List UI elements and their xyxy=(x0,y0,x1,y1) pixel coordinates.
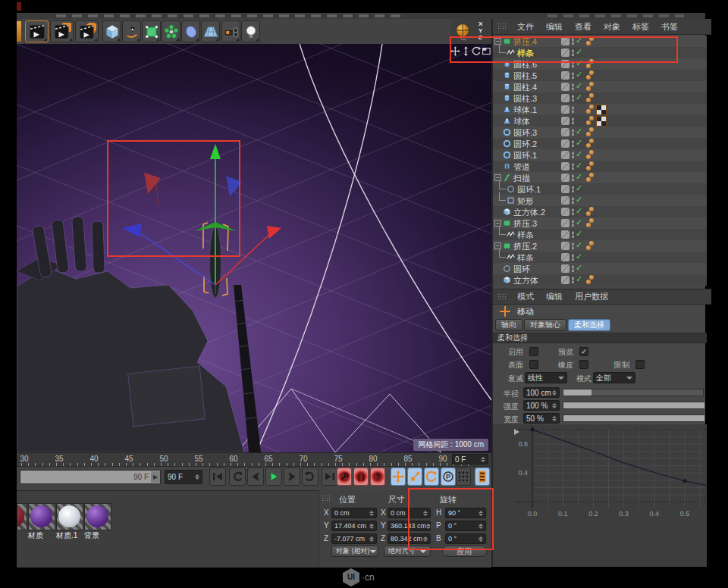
visibility-dots-icon[interactable] xyxy=(572,242,574,249)
object-row[interactable]: 圆环.1✓ xyxy=(493,183,707,195)
rotate-view-icon[interactable] xyxy=(472,46,482,56)
enabled-check-icon[interactable]: ✓ xyxy=(576,217,582,227)
phong-tag-icon[interactable] xyxy=(586,105,597,114)
object-row[interactable]: 圆柱.4✓ xyxy=(493,81,707,92)
object-row[interactable]: 球体 xyxy=(493,115,707,127)
enabled-check-icon[interactable]: ✓ xyxy=(576,240,582,250)
record-selection-button[interactable]: ( ) xyxy=(353,468,369,486)
phong-tag-icon[interactable] xyxy=(586,139,597,149)
play-button[interactable] xyxy=(265,468,282,486)
visibility-dots-icon[interactable] xyxy=(572,95,574,102)
enabled-check-icon[interactable]: ✓ xyxy=(576,58,582,68)
next-key-button[interactable] xyxy=(284,468,300,486)
tab-柔和选择[interactable]: 柔和选择 xyxy=(568,319,610,331)
coord-value-field[interactable]: 80.342 cm xyxy=(388,533,431,544)
enabled-check-icon[interactable]: ✓ xyxy=(576,149,582,159)
record-parameter-button[interactable]: P xyxy=(441,468,456,486)
layer-tag-icon[interactable] xyxy=(561,185,570,193)
om-menu-编辑[interactable]: 编辑 xyxy=(546,21,563,33)
object-name[interactable]: 管道 xyxy=(513,161,530,173)
coord-value-field[interactable]: 0 cm xyxy=(388,508,431,518)
object-row[interactable]: 圆环.3✓ xyxy=(493,127,707,138)
visibility-dots-icon[interactable] xyxy=(572,197,574,204)
coord-value-field[interactable]: 0 ° xyxy=(445,533,486,544)
visibility-dots-icon[interactable] xyxy=(572,117,574,124)
pan-icon[interactable] xyxy=(450,46,460,56)
visibility-dots-icon[interactable] xyxy=(572,140,574,147)
object-name[interactable]: 圆环.1 xyxy=(513,150,537,161)
object-name[interactable]: 样条 xyxy=(517,252,534,264)
visibility-dots-icon[interactable] xyxy=(572,277,574,283)
enabled-check-icon[interactable]: ✓ xyxy=(576,229,582,239)
slider-value-半径[interactable]: 100 cm xyxy=(523,387,560,398)
phong-tag-icon[interactable] xyxy=(586,150,597,160)
visibility-dots-icon[interactable] xyxy=(572,83,574,90)
size-mode-combo[interactable]: 绝对尺寸 xyxy=(384,546,431,557)
visibility-dots-icon[interactable] xyxy=(572,38,574,45)
object-name[interactable]: 样条 xyxy=(517,48,534,59)
object-name[interactable]: 挤压.2 xyxy=(513,241,537,252)
object-row[interactable]: 样条✓ xyxy=(493,47,707,58)
object-row[interactable]: 样条✓ xyxy=(493,229,707,240)
toolbar-array-generator-button[interactable] xyxy=(162,20,180,42)
enabled-check-icon[interactable]: ✓ xyxy=(576,70,582,80)
enabled-check-icon[interactable]: ✓ xyxy=(576,161,582,170)
coord-value-field[interactable]: 0 cm xyxy=(331,508,377,518)
object-name[interactable]: 挤压.3 xyxy=(513,218,537,230)
phong-tag-icon[interactable] xyxy=(586,82,597,92)
object-name[interactable]: 圆柱.3 xyxy=(513,93,537,105)
layer-tag-icon[interactable] xyxy=(561,230,570,239)
visibility-dots-icon[interactable] xyxy=(572,49,574,56)
om-menu-查看[interactable]: 查看 xyxy=(575,21,592,33)
object-name[interactable]: 球体 xyxy=(513,116,530,127)
layer-tag-icon[interactable] xyxy=(561,219,570,227)
checkbox-预览[interactable]: ✓ xyxy=(579,347,588,356)
object-mode-combo[interactable]: 对象 (相对) xyxy=(331,546,378,557)
record-scale-button[interactable] xyxy=(407,468,422,486)
phong-tag-icon[interactable] xyxy=(586,116,597,126)
visibility-dots-icon[interactable] xyxy=(572,186,574,192)
phong-tag-icon[interactable] xyxy=(586,161,597,171)
object-row[interactable]: 矩形✓ xyxy=(493,195,707,206)
object-name[interactable]: 圆柱.4 xyxy=(513,82,537,93)
visibility-dots-icon[interactable] xyxy=(572,174,574,181)
loop-forward-button[interactable] xyxy=(302,468,318,486)
object-name[interactable]: 圆柱.6 xyxy=(513,59,537,70)
layer-tag-icon[interactable] xyxy=(561,242,570,250)
previous-key-button[interactable] xyxy=(247,468,264,486)
toolbar-cube-primitive-button[interactable] xyxy=(102,20,121,42)
layer-tag-icon[interactable] xyxy=(561,117,570,125)
am-menu-用户数据[interactable]: 用户数据 xyxy=(575,291,608,302)
maximize-view-icon[interactable] xyxy=(482,46,491,56)
object-row[interactable]: 圆环.2✓ xyxy=(493,138,707,149)
layer-tag-icon[interactable] xyxy=(561,83,570,91)
visibility-dots-icon[interactable] xyxy=(572,220,574,227)
record-position-button[interactable] xyxy=(391,468,406,486)
layer-tag-icon[interactable] xyxy=(561,94,570,102)
toolbar-partial-icon[interactable] xyxy=(17,21,21,42)
material-thumb-partial[interactable] xyxy=(17,503,27,530)
object-name[interactable]: 立方体 xyxy=(513,275,538,286)
toolbar-camera-button[interactable] xyxy=(221,20,240,42)
coord-value-field[interactable]: 90 ° xyxy=(445,508,486,518)
om-menu-文件[interactable]: 文件 xyxy=(517,21,534,33)
visibility-dots-icon[interactable] xyxy=(572,61,574,67)
enabled-check-icon[interactable]: ✓ xyxy=(576,172,582,182)
enabled-check-icon[interactable]: ✓ xyxy=(576,127,582,136)
visibility-dots-icon[interactable] xyxy=(572,231,574,238)
axis-gizmo-ball[interactable] xyxy=(454,22,472,42)
slider-track-强度[interactable] xyxy=(563,402,704,409)
zoom-icon[interactable] xyxy=(461,46,471,56)
om-menu-书签[interactable]: 书签 xyxy=(661,21,678,33)
object-name[interactable]: 立方体.2 xyxy=(513,207,545,218)
coordinates-grip[interactable] xyxy=(322,495,331,502)
record-rotation-button[interactable] xyxy=(424,468,439,486)
coord-value-field[interactable]: 17.404 cm xyxy=(331,521,377,531)
object-row[interactable]: −挤压.2✓ xyxy=(493,240,707,252)
object-name[interactable]: 圆柱.5 xyxy=(513,70,537,82)
toolbar-render-picture-viewer-button[interactable] xyxy=(50,20,74,42)
panel-grip[interactable] xyxy=(497,23,507,30)
coord-value-field[interactable]: 0 ° xyxy=(445,521,486,531)
object-row[interactable]: 圆环.1✓ xyxy=(493,149,707,161)
checkbox-限制[interactable] xyxy=(635,360,645,369)
